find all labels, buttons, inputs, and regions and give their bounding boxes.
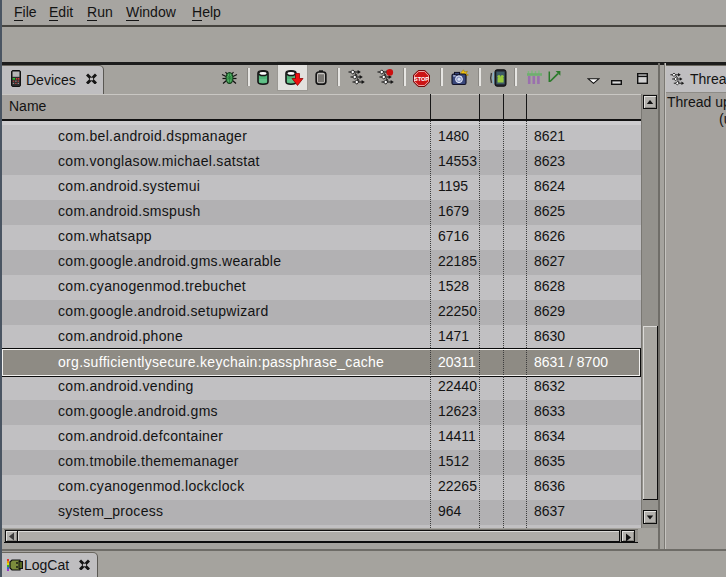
svg-text:STOP: STOP <box>414 76 429 82</box>
